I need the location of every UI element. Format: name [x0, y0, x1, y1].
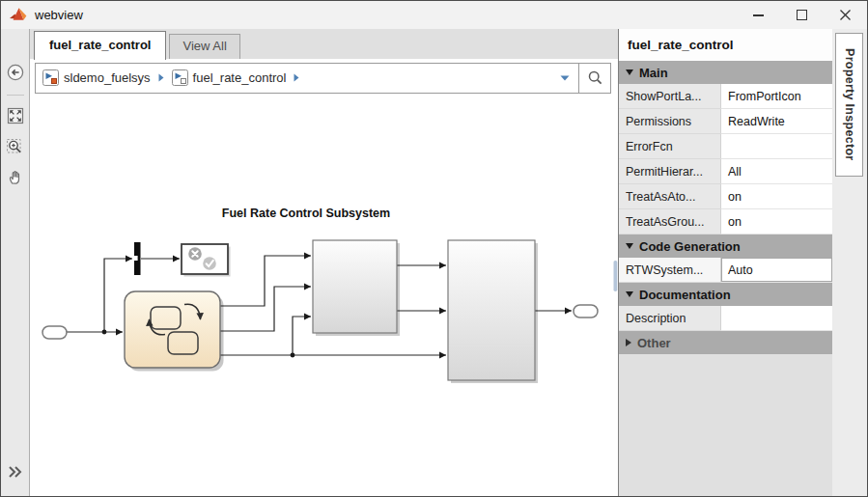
property-inspector-panel: fuel_rate_control Main ShowPortLa... Fro…	[618, 29, 867, 496]
property-row-selected: RTWSystem... Auto	[619, 258, 832, 283]
property-label: TreatAsAto...	[619, 184, 720, 209]
pan-hand-icon	[7, 169, 24, 186]
diagram-title: Fuel Rate Control Subsystem	[222, 207, 390, 220]
subsystem-block-2[interactable]	[448, 240, 538, 383]
pan-button[interactable]	[3, 165, 28, 190]
chevron-right-icon[interactable]	[294, 73, 299, 82]
breadcrumb-toolbar: sldemo_fuelsys fuel_rate_control	[30, 59, 618, 97]
simulink-subsystem-icon	[172, 69, 188, 86]
property-label: TreatAsGrou...	[619, 209, 720, 235]
expand-panel-button[interactable]	[3, 459, 28, 484]
property-value[interactable]: on	[720, 209, 832, 235]
window-title: webview	[35, 8, 83, 22]
zoom-in-icon	[6, 138, 24, 156]
expand-chevrons-icon	[8, 465, 23, 479]
property-label: PermitHierar...	[619, 159, 720, 184]
zoom-in-button[interactable]	[3, 134, 28, 159]
inport-oval[interactable]	[42, 326, 67, 339]
diagram-canvas[interactable]: Fuel Rate Control Subsystem	[30, 97, 618, 496]
canvas-scrollbar-thumb[interactable]	[614, 261, 618, 291]
inspector-title: fuel_rate_control	[619, 29, 832, 61]
breadcrumb: sldemo_fuelsys fuel_rate_control	[35, 63, 611, 94]
chevron-right-icon[interactable]	[158, 73, 164, 82]
side-tab-strip: Property Inspector	[832, 29, 867, 496]
property-label: ErrorFcn	[619, 134, 720, 159]
collapse-triangle-icon	[626, 69, 633, 75]
fit-to-view-icon	[7, 107, 24, 124]
property-row: TreatAsGrou... on	[619, 209, 832, 235]
section-label: Code Generation	[639, 239, 741, 254]
back-icon	[6, 63, 25, 82]
breadcrumb-item-model[interactable]: sldemo_fuelsys	[42, 69, 151, 86]
breadcrumb-dropdown-button[interactable]	[551, 75, 578, 81]
canvas-toolbar	[1, 29, 30, 496]
property-row: Description	[619, 306, 832, 331]
titlebar: webview	[1, 1, 867, 29]
search-icon	[587, 69, 603, 86]
breadcrumb-label: fuel_rate_control	[193, 70, 287, 85]
property-value[interactable]: on	[720, 184, 832, 209]
breadcrumb-label: sldemo_fuelsys	[64, 70, 151, 85]
maximize-icon	[797, 10, 807, 20]
breadcrumb-item-subsystem[interactable]: fuel_rate_control	[172, 69, 287, 86]
property-value[interactable]: All	[720, 159, 832, 184]
property-value[interactable]: Auto	[720, 258, 832, 283]
outport-oval[interactable]	[574, 305, 598, 318]
property-label: RTWSystem...	[619, 258, 720, 283]
simulink-model-icon	[42, 69, 59, 86]
property-label: Permissions	[619, 109, 720, 134]
check-block[interactable]	[182, 244, 231, 277]
collapse-triangle-icon	[626, 291, 633, 297]
property-grid: fuel_rate_control Main ShowPortLa... Fro…	[619, 29, 832, 496]
toolbar-separator	[7, 95, 24, 96]
tab-view-all[interactable]: View All	[169, 34, 239, 59]
section-header-other[interactable]: Other	[619, 331, 832, 354]
back-button[interactable]	[3, 60, 28, 85]
close-button[interactable]	[824, 2, 867, 29]
section-label: Other	[637, 336, 671, 350]
fit-to-view-button[interactable]	[3, 103, 28, 128]
matlab-logo-icon	[9, 7, 27, 23]
property-inspector-tab[interactable]: Property Inspector	[835, 33, 863, 177]
property-row: PermitHierar... All	[619, 159, 832, 184]
section-label: Main	[639, 66, 668, 80]
expand-triangle-icon	[626, 339, 631, 346]
property-value[interactable]	[720, 134, 832, 159]
chevron-down-icon	[560, 75, 570, 81]
main-content: fuel_rate_control View All sldemo_fuelsy…	[30, 29, 618, 496]
property-label: Description	[619, 306, 720, 331]
mux-bar[interactable]	[134, 242, 141, 275]
property-value[interactable]: ReadWrite	[720, 109, 832, 134]
property-row: Permissions ReadWrite	[619, 109, 832, 134]
property-row: ErrorFcn	[619, 134, 832, 159]
subsystem-block-1[interactable]	[313, 240, 400, 336]
close-icon	[839, 9, 852, 21]
panel-filler	[619, 354, 832, 496]
stateflow-chart-block[interactable]	[125, 291, 224, 372]
app-window: webview	[0, 0, 868, 497]
collapse-triangle-icon	[626, 243, 633, 249]
branch-dot	[291, 353, 295, 358]
property-row: TreatAsAto... on	[619, 184, 832, 209]
section-header-documentation[interactable]: Documentation	[619, 283, 832, 306]
search-button[interactable]	[579, 64, 610, 93]
tab-fuel-rate-control[interactable]: fuel_rate_control	[34, 31, 166, 60]
branch-dot	[102, 330, 107, 335]
tab-bar: fuel_rate_control View All	[30, 29, 618, 59]
minimize-icon	[753, 14, 764, 16]
check-circle-icon	[203, 257, 216, 270]
maximize-button[interactable]	[780, 2, 824, 29]
property-label: ShowPortLa...	[619, 84, 720, 109]
section-header-main[interactable]: Main	[619, 61, 832, 84]
section-label: Documentation	[639, 288, 731, 302]
minimize-button[interactable]	[737, 2, 780, 29]
section-header-code-generation[interactable]: Code Generation	[619, 235, 832, 258]
property-row: ShowPortLa... FromPortIcon	[619, 84, 832, 109]
property-value[interactable]	[720, 306, 832, 331]
breadcrumb-items: sldemo_fuelsys fuel_rate_control	[36, 69, 551, 86]
property-value[interactable]: FromPortIcon	[720, 84, 832, 109]
